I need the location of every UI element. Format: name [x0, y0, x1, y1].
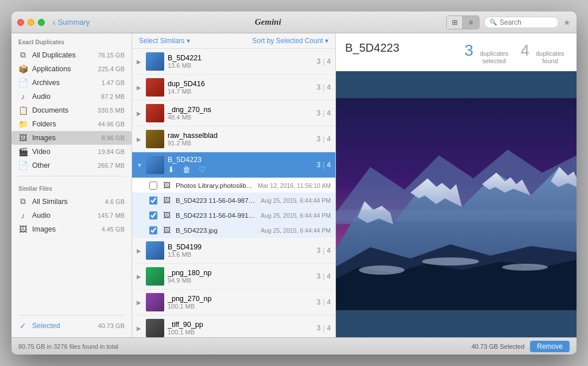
close-button[interactable] — [17, 19, 24, 26]
grid-view-button[interactable]: ⊞ — [447, 16, 463, 29]
file-date: Aug 25, 2015, 6:44:44 PM — [261, 212, 331, 219]
sidebar-item-archives[interactable]: 📄 Archives 1.47 GB — [11, 76, 131, 90]
sidebar-size: 4.45 GB — [102, 226, 125, 233]
heart-icon[interactable]: ♡ — [199, 165, 206, 174]
file-checkbox[interactable] — [149, 197, 157, 205]
group-info: _tiff_90_pp 100.1 MB — [168, 321, 314, 336]
preview-stats: 3 duplicates selected 4 duplicates found — [465, 41, 567, 65]
arrow-down-icon[interactable]: ⬇ — [168, 165, 175, 174]
chevron-right-icon: ▶ — [137, 84, 142, 91]
group-row-expanded[interactable]: ▼ B_5D4223 ⬇ 🗑 ♡ 3 | 4 — [132, 152, 335, 178]
view-toggle: ⊞ ≡ — [446, 16, 479, 29]
sidebar-label: All Similars — [32, 198, 100, 206]
total-count: 4 — [327, 83, 331, 91]
sidebar-item-similar-images[interactable]: 🖼 Images 4.45 GB — [11, 222, 131, 236]
sidebar-size: 87.2 MB — [101, 93, 125, 100]
group-row[interactable]: ▶ B_5D4221 13.6 MB 3 | 4 — [132, 49, 335, 75]
file-list: ▶ B_5D4221 13.6 MB 3 | 4 ▶ — [132, 49, 335, 337]
group-size: 91.2 MB — [168, 140, 314, 147]
preview-filename: B_5D4223 — [345, 41, 400, 55]
exact-duplicates-header: Exact Duplicates — [11, 33, 131, 48]
group-thumbnail — [146, 319, 164, 337]
group-row[interactable]: ▶ _tiff_90_pp 100.1 MB 3 | 4 — [132, 315, 335, 337]
group-row[interactable]: ▶ _dng_270_ns 48.4 MB 3 | 4 — [132, 101, 335, 126]
sidebar-item-all-duplicates[interactable]: ⧉ All Duplicates 76.15 GB — [11, 48, 131, 62]
sidebar-item-folders[interactable]: 📁 Folders 44.96 GB — [11, 117, 131, 131]
chevron-right-icon: ▶ — [137, 136, 142, 142]
similar-audio-icon: ♪ — [18, 211, 28, 220]
selected-count: 3 — [317, 246, 321, 255]
folders-icon: 📁 — [18, 120, 28, 129]
count-separator: | — [323, 161, 324, 169]
file-checkbox[interactable] — [149, 211, 157, 219]
file-row[interactable]: 🖼 B_5D4223.jpg Aug 25, 2015, 6:44:44 PM — [132, 223, 335, 238]
chevron-right-icon: ▶ — [137, 248, 142, 254]
count-separator: | — [323, 135, 324, 143]
remove-button[interactable]: Remove — [530, 341, 570, 352]
back-button[interactable]: ‹ Summary — [53, 18, 90, 27]
star-button[interactable]: ★ — [563, 18, 571, 27]
chevron-right-icon: ▶ — [137, 273, 142, 280]
group-size: 13.6 MB — [168, 62, 314, 69]
group-row[interactable]: ▶ dup_5D416 14.7 MB 3 | 4 — [132, 75, 335, 101]
count-separator: | — [323, 272, 324, 280]
group-name: _tiff_90_pp — [168, 321, 314, 329]
file-row[interactable]: 🖼 B_5D4223 11-56-04-987… Aug 25, 2015, 6… — [132, 193, 335, 208]
statusbar-right: 40.73 GB Selected Remove — [471, 341, 570, 352]
sidebar-size: 145.7 MB — [98, 212, 125, 219]
file-checkbox[interactable] — [149, 226, 157, 234]
maximize-button[interactable] — [38, 19, 45, 26]
search-input[interactable] — [500, 18, 551, 26]
total-count: 4 — [327, 246, 331, 255]
selected-icon: ✓ — [18, 321, 28, 330]
file-row[interactable]: 🖼 Photos Library.photoslibr… Mar 12, 201… — [132, 178, 335, 193]
selected-label: Selected — [32, 322, 94, 330]
sidebar-size: 225.4 GB — [98, 66, 125, 72]
sidebar-divider — [18, 176, 125, 176]
app-title: Gemini — [94, 17, 442, 27]
group-row[interactable]: ▶ B_5D4199 13.6 MB 3 | 4 — [132, 238, 335, 264]
image-icon: 🖼 — [162, 196, 171, 205]
file-date: Aug 25, 2015, 6:44:44 PM — [261, 227, 331, 234]
sidebar-item-other[interactable]: 📄 Other 266.7 MB — [11, 159, 131, 172]
group-row[interactable]: ▶ raw_hasselblad 91.2 MB 3 | 4 — [132, 126, 335, 152]
group-counts: 3 | 4 — [317, 83, 331, 91]
search-box[interactable]: 🔍 — [484, 17, 559, 28]
similar-images-icon: 🖼 — [18, 225, 28, 234]
group-row[interactable]: ▶ _png_180_np 94.9 MB 3 | 4 — [132, 264, 335, 290]
sidebar-item-images[interactable]: 🖼 Images 8.96 GB — [11, 131, 131, 145]
sidebar-item-selected[interactable]: ✓ Selected 40.73 GB — [11, 319, 131, 333]
chevron-right-icon: ▶ — [137, 110, 142, 117]
minimize-button[interactable] — [28, 19, 34, 26]
list-view-button[interactable]: ≡ — [463, 16, 479, 29]
group-row[interactable]: ▶ _png_270_np 100.1 MB 3 | 4 — [132, 290, 335, 315]
group-size: 48.4 MB — [168, 114, 314, 121]
preview-svg — [336, 71, 577, 337]
other-icon: 📄 — [18, 161, 28, 170]
sidebar-item-all-similars[interactable]: ⧉ All Similars 4.6 GB — [11, 194, 131, 209]
sidebar-size: 19.84 GB — [98, 148, 125, 155]
selected-count: 3 — [317, 298, 321, 306]
file-row[interactable]: 🖼 B_5D4223 11-56-04-991… Aug 25, 2015, 6… — [132, 208, 335, 223]
sort-button[interactable]: Sort by Selected Count ▾ — [252, 37, 328, 45]
sidebar-item-audio[interactable]: ♪ Audio 87.2 MB — [11, 90, 131, 103]
sidebar-item-video[interactable]: 🎬 Video 19.84 GB — [11, 145, 131, 159]
sidebar-item-similar-audio[interactable]: ♪ Audio 145.7 MB — [11, 209, 131, 222]
total-count: 4 — [327, 324, 331, 332]
file-checkbox[interactable] — [149, 182, 157, 190]
images-icon: 🖼 — [18, 133, 28, 142]
all-similars-icon: ⧉ — [18, 197, 28, 206]
chevron-right-icon: ▶ — [137, 299, 142, 306]
group-size: 94.9 MB — [168, 277, 314, 284]
group-name: _png_180_np — [168, 269, 314, 277]
group-counts: 3 | 4 — [317, 161, 331, 169]
group-thumbnail — [146, 78, 164, 97]
preview-header: B_5D4223 3 duplicates selected 4 duplica… — [336, 33, 577, 71]
select-similars-button[interactable]: Select Similars ▾ — [139, 37, 190, 45]
sidebar-item-applications[interactable]: 📦 Applications 225.4 GB — [11, 62, 131, 76]
group-counts: 3 | 4 — [317, 57, 331, 66]
sidebar-item-documents[interactable]: 📋 Documents 330.5 MB — [11, 103, 131, 117]
trash-icon[interactable]: 🗑 — [183, 165, 191, 174]
total-count: 4 — [327, 109, 331, 117]
count-separator: | — [323, 324, 324, 332]
